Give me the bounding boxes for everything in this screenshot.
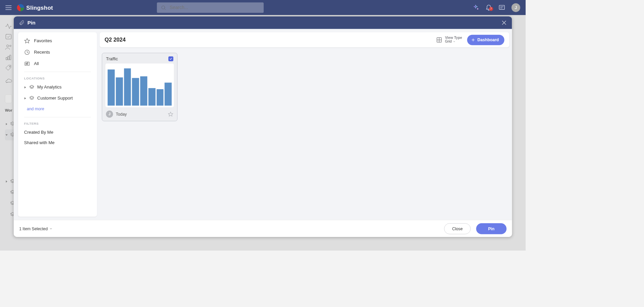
filter-created-by-me[interactable]: Created By Me <box>24 127 91 138</box>
dashboard-card-traffic[interactable]: Traffic J Today <box>102 53 177 121</box>
layers-icon <box>29 84 35 90</box>
location-sidebar: Favorites Recents All LOCATIONS My Analy… <box>18 32 97 217</box>
location-label: Customer Support <box>37 96 73 101</box>
pin-button[interactable]: Pin <box>476 223 506 234</box>
chevron-down-icon <box>49 227 53 230</box>
view-type-label: View Type <box>445 36 462 40</box>
modal-footer: 1 Item Selected Close Pin <box>14 220 512 237</box>
star-icon <box>24 38 30 44</box>
content-header: Q2 2024 View Type Grid Dashboard <box>100 32 509 47</box>
content-title: Q2 2024 <box>105 37 126 43</box>
new-dashboard-button[interactable]: Dashboard <box>467 35 504 45</box>
check-icon <box>169 57 172 61</box>
layers-icon <box>29 96 35 101</box>
svg-rect-2 <box>499 5 504 9</box>
sidebar-item-label: Recents <box>34 50 50 55</box>
brand-logo-icon <box>17 4 24 11</box>
sidebar-item-all[interactable]: All <box>24 58 91 69</box>
modal-title: Pin <box>28 20 36 26</box>
filter-shared-with-me[interactable]: Shared with Me <box>24 138 91 148</box>
sidebar-item-label: Favorites <box>34 38 52 43</box>
card-selected-checkbox[interactable] <box>168 56 173 61</box>
global-search[interactable] <box>157 2 264 13</box>
and-more-link[interactable]: and more <box>24 104 91 115</box>
favorite-star-icon[interactable] <box>168 111 173 117</box>
svg-rect-15 <box>26 63 26 65</box>
sidebar-section-locations: LOCATIONS <box>24 76 91 80</box>
app-header: Slingshot 7 J <box>0 0 526 15</box>
brand[interactable]: Slingshot <box>17 4 53 11</box>
hamburger-menu[interactable] <box>5 4 12 11</box>
chat-icon[interactable] <box>498 4 505 11</box>
svg-marker-22 <box>168 112 173 116</box>
content-panel: Q2 2024 View Type Grid Dashboard <box>100 32 509 217</box>
chevron-down-icon <box>453 40 455 43</box>
chevron-right-icon <box>24 86 26 88</box>
location-my-analytics[interactable]: My Analytics <box>24 82 91 93</box>
ai-sparkle-icon[interactable] <box>472 4 479 11</box>
search-input[interactable] <box>170 5 260 10</box>
sidebar-item-label: All <box>34 61 39 66</box>
sidebar-item-recents[interactable]: Recents <box>24 47 91 58</box>
close-button[interactable]: Close <box>444 223 471 234</box>
notifications-button[interactable]: 7 <box>485 3 492 11</box>
selected-count-label: 1 Item Selected <box>19 226 48 231</box>
card-owner-avatar: J <box>106 111 113 118</box>
pin-modal: Pin Favorites Recents All LOCATION <box>14 16 512 237</box>
card-title: Traffic <box>106 56 118 61</box>
sidebar-section-filters: FILTERS <box>24 122 91 125</box>
location-customer-support[interactable]: Customer Support <box>24 93 91 104</box>
all-icon <box>24 61 30 67</box>
card-chart-preview <box>105 63 174 107</box>
sidebar-item-favorites[interactable]: Favorites <box>24 35 91 46</box>
brand-name: Slingshot <box>26 4 53 11</box>
chevron-right-icon <box>24 97 26 100</box>
notification-count-badge: 7 <box>489 7 493 11</box>
dashboard-button-label: Dashboard <box>477 38 499 42</box>
svg-point-0 <box>162 6 165 9</box>
search-icon <box>161 5 166 10</box>
clock-icon <box>24 49 30 55</box>
close-icon[interactable] <box>501 20 507 26</box>
card-date: Today <box>116 112 127 116</box>
view-type-value: Grid <box>445 40 462 44</box>
view-type-toggle[interactable]: View Type Grid <box>436 36 462 44</box>
plus-icon <box>471 38 475 42</box>
location-label: My Analytics <box>37 85 62 90</box>
svg-line-1 <box>165 9 166 10</box>
modal-header: Pin <box>14 16 512 29</box>
svg-marker-12 <box>24 39 30 43</box>
paperclip-icon <box>19 20 25 26</box>
grid-icon <box>436 37 442 43</box>
svg-rect-16 <box>27 63 28 64</box>
profile-avatar[interactable]: J <box>512 3 520 12</box>
selected-count-dropdown[interactable]: 1 Item Selected <box>19 226 53 231</box>
